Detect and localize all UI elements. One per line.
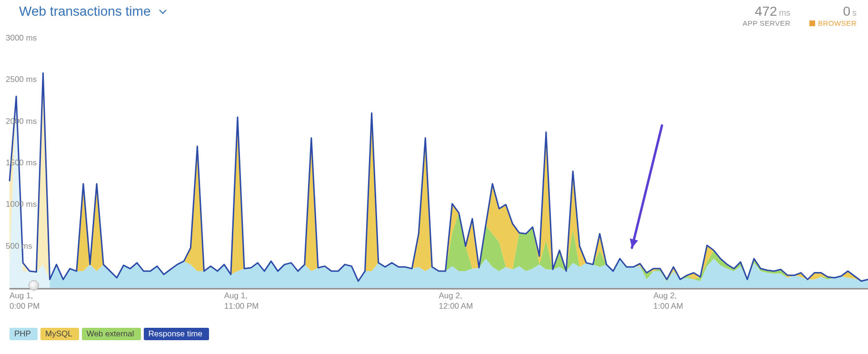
- response-time-line: [10, 73, 868, 281]
- y-tick-label: 500 ms: [6, 242, 32, 251]
- legend-item-web-external[interactable]: Web external: [82, 328, 141, 340]
- legend-label-php: PHP: [14, 329, 31, 339]
- legend-label-web-external: Web external: [87, 329, 134, 339]
- legend-item-response-time[interactable]: Response time: [144, 328, 209, 340]
- chart-title-dropdown[interactable]: Web transactions time: [19, 4, 167, 19]
- browser-swatch-icon: [809, 20, 815, 26]
- chart-plot-area[interactable]: 500 ms1000 ms1500 ms2000 ms2500 ms3000 m…: [0, 33, 868, 295]
- legend-item-mysql[interactable]: MySQL: [40, 328, 79, 340]
- browser-label: BROWSER: [818, 19, 857, 27]
- svg-line-0: [632, 125, 662, 248]
- y-tick-label: 1000 ms: [6, 200, 37, 209]
- legend-label-mysql: MySQL: [45, 329, 72, 339]
- chart-title-text: Web transactions time: [19, 4, 151, 19]
- browser-unit: s: [852, 8, 857, 18]
- x-tick-label: Aug 1,0:00 PM: [10, 291, 40, 312]
- app-server-value: 472: [755, 4, 777, 19]
- chart-legend: PHP MySQL Web external Response time: [10, 328, 209, 340]
- time-slider-handle[interactable]: [29, 280, 39, 291]
- legend-item-php[interactable]: PHP: [10, 328, 38, 340]
- chart-header: Web transactions time 472 ms APP SERVER …: [0, 0, 868, 27]
- area-web-external: [10, 96, 868, 281]
- app-server-label: APP SERVER: [743, 19, 790, 27]
- chevron-down-icon: [159, 9, 167, 14]
- chart-svg: [0, 33, 868, 291]
- metric-browser: 0 s BROWSER: [809, 4, 857, 27]
- y-tick-label: 2000 ms: [6, 117, 37, 126]
- header-metrics: 472 ms APP SERVER 0 s BROWSER: [743, 4, 857, 27]
- x-tick-label: Aug 1,11:00 PM: [224, 291, 259, 312]
- x-tick-label: Aug 2,1:00 AM: [653, 291, 683, 312]
- x-tick-label: Aug 2,12:00 AM: [439, 291, 473, 312]
- y-tick-label: 1500 ms: [6, 158, 37, 168]
- y-tick-label: 3000 ms: [6, 33, 37, 43]
- area-php: [10, 96, 868, 288]
- y-tick-label: 2500 ms: [6, 75, 37, 84]
- area-mysql: [10, 73, 868, 281]
- annotation-arrow: [630, 125, 662, 248]
- app-server-unit: ms: [779, 8, 790, 18]
- metric-app-server: 472 ms APP SERVER: [743, 4, 790, 27]
- browser-value: 0: [843, 4, 850, 19]
- chart-container: Web transactions time 472 ms APP SERVER …: [0, 0, 868, 354]
- legend-label-response-time: Response time: [149, 329, 202, 339]
